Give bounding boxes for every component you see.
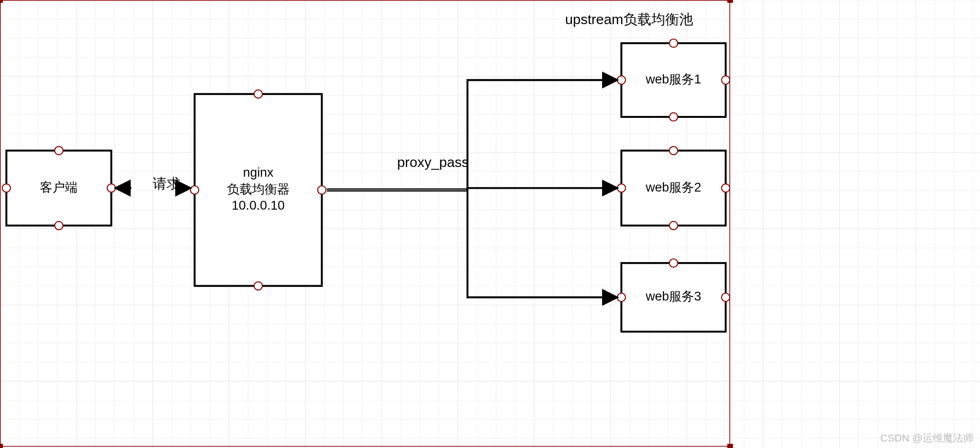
resize-handle[interactable] <box>190 186 199 194</box>
resize-handle[interactable] <box>2 184 11 192</box>
node-client-label-line-0: 客户端 <box>40 180 78 194</box>
edge-branch-web3[interactable] <box>467 190 617 298</box>
node-nginx-label-line-0: nginx <box>243 165 273 179</box>
node-web3[interactable]: web服务3 <box>617 259 730 332</box>
resize-handle[interactable] <box>254 90 262 98</box>
resize-handle[interactable] <box>669 259 678 267</box>
resize-handle[interactable] <box>254 282 262 290</box>
resize-handle[interactable] <box>721 184 730 192</box>
resize-handle[interactable] <box>617 76 626 84</box>
resize-handle[interactable] <box>617 293 626 301</box>
pool-title: upstream负载均衡池 <box>565 12 693 27</box>
resize-handle[interactable] <box>669 39 678 47</box>
watermark: CSDN @运维魔法师 <box>880 432 974 444</box>
resize-handle[interactable] <box>669 221 678 230</box>
svg-rect-81 <box>727 444 733 448</box>
resize-handle[interactable] <box>318 186 326 194</box>
edge-client-nginx-label: 请求 <box>153 176 181 191</box>
node-web1[interactable]: web服务1 <box>617 39 730 121</box>
edge-branch-web2[interactable] <box>467 188 617 190</box>
edge-branch-web1[interactable] <box>467 80 617 190</box>
resize-handle[interactable] <box>721 293 730 301</box>
resize-handle[interactable] <box>55 221 63 230</box>
edge-client-nginx[interactable]: 请求 <box>117 176 190 191</box>
node-web3-label-line-0: web服务3 <box>645 289 701 303</box>
resize-handle[interactable] <box>617 184 626 192</box>
node-nginx-label-line-2: 10.0.0.10 <box>232 198 285 212</box>
edge-nginx-pool[interactable]: proxy_pass <box>327 80 616 298</box>
node-nginx-label-line-1: 负载均衡器 <box>227 182 290 196</box>
svg-rect-79 <box>727 0 733 2</box>
svg-rect-80 <box>0 444 2 448</box>
resize-handle[interactable] <box>107 184 116 192</box>
node-web2[interactable]: web服务2 <box>617 147 730 230</box>
node-nginx[interactable]: nginx负载均衡器10.0.0.10 <box>190 90 326 290</box>
resize-handle[interactable] <box>669 147 678 155</box>
grid <box>0 0 980 448</box>
resize-handle[interactable] <box>669 113 678 121</box>
resize-handle[interactable] <box>721 76 730 84</box>
edge-nginx-pool-label: proxy_pass <box>397 154 469 170</box>
diagram-layer: 客户端nginx负载均衡器10.0.0.10web服务1web服务2web服务3… <box>0 0 733 448</box>
svg-rect-78 <box>0 0 2 2</box>
node-web1-label-line-0: web服务1 <box>645 72 701 86</box>
node-web2-label-line-0: web服务2 <box>645 180 701 194</box>
resize-handle[interactable] <box>55 147 63 155</box>
node-client[interactable]: 客户端 <box>2 147 116 230</box>
